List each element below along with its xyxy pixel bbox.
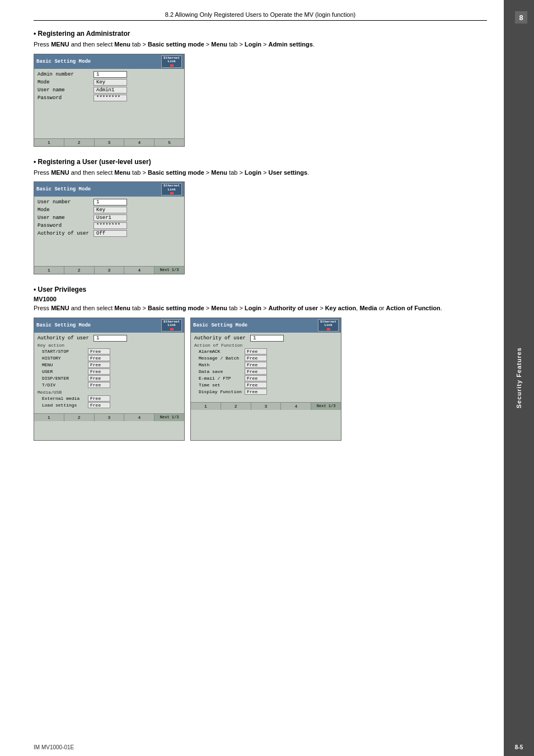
admin-password-label: Password — [38, 95, 93, 101]
priv-load-settings-row: Load settings Free — [38, 402, 181, 408]
user-row-mode: Mode Key — [38, 207, 181, 213]
priv-data-save-value: Free — [245, 368, 267, 375]
priv-right-tab-next[interactable]: Next 1/3 — [311, 403, 341, 410]
priv-left-tab-3[interactable]: 3 — [95, 414, 125, 421]
user-mode-value: Key — [93, 207, 127, 213]
admin-tab-1[interactable]: 1 — [34, 139, 64, 146]
priv-right-tab-2[interactable]: 2 — [221, 403, 251, 410]
priv-left-tab-4[interactable]: 4 — [124, 414, 154, 421]
priv-tdiv-label: T/DIV — [38, 382, 88, 388]
admin-number-label: Admin number — [38, 72, 93, 77]
priv-data-save-label: Data save — [194, 369, 245, 374]
priv-time-set-row: Time set Free — [194, 382, 338, 388]
priv-msg-batch-value: Free — [245, 355, 267, 361]
priv-alarmack-value: Free — [245, 348, 267, 354]
user-row-password: Password ******** — [38, 222, 181, 229]
user-tab-4[interactable]: 4 — [124, 267, 154, 274]
admin-tab-5[interactable]: 5 — [154, 139, 184, 146]
priv-left-authority-label: Authority of user — [38, 335, 93, 341]
bottom-page-info: IM MV1000-01E — [34, 744, 74, 750]
admin-screen: Basic Setting Mode Ethernet Link Admin n… — [34, 54, 185, 147]
priv-load-settings-label: Load settings — [38, 403, 88, 408]
admin-row-password: Password ******** — [38, 95, 181, 101]
user-tab-3[interactable]: 3 — [95, 267, 125, 274]
user-screen-title-bar: Basic Setting Mode Ethernet Link — [34, 182, 184, 197]
privileges-screens: Basic Setting Mode Ethernet Link Authori… — [34, 318, 487, 441]
admin-screen-title-bar: Basic Setting Mode Ethernet Link — [34, 54, 184, 69]
priv-email-ftp-label: E-mail / FTP — [194, 376, 245, 381]
priv-left-tab-2[interactable]: 2 — [64, 414, 95, 421]
priv-disp-enter-value: Free — [88, 375, 110, 381]
section-admin: • Registering an Administrator Press MEN… — [34, 30, 487, 147]
priv-left-authority-value: 1 — [93, 335, 127, 342]
user-authority-label: Authority of user — [38, 231, 93, 236]
admin-tab-2[interactable]: 2 — [64, 139, 95, 146]
eth-dot-priv-right — [327, 328, 330, 330]
priv-right-tab-4[interactable]: 4 — [281, 403, 311, 410]
user-tab-next[interactable]: Next 1/3 — [154, 267, 184, 274]
action-function-label: Action of Function — [194, 343, 338, 348]
mv-label: MV1000 — [34, 296, 487, 302]
priv-start-stop-value: Free — [88, 348, 110, 354]
user-tab-2[interactable]: 2 — [64, 267, 95, 274]
priv-left-title: Basic Setting Mode — [36, 323, 91, 328]
priv-time-set-value: Free — [245, 382, 267, 388]
admin-tab-3[interactable]: 3 — [95, 139, 125, 146]
priv-tdiv-value: Free — [88, 382, 110, 388]
priv-left-tab-1[interactable]: 1 — [34, 414, 64, 421]
priv-left-tabs: 1 2 3 4 Next 1/3 — [34, 413, 184, 421]
user-number-label: User number — [38, 199, 93, 205]
priv-math-label: Math — [194, 362, 245, 367]
priv-right-title-bar: Basic Setting Mode Ethernet Link — [191, 318, 341, 333]
priv-data-save-row: Data save Free — [194, 368, 338, 375]
user-mode-label: Mode — [38, 207, 93, 213]
priv-time-set-label: Time set — [194, 382, 245, 388]
sidebar-chapter-label: Security Features — [516, 347, 522, 408]
page-container: 8.2 Allowing Only Registered Users to Op… — [0, 0, 534, 756]
user-tab-1[interactable]: 1 — [34, 267, 64, 274]
top-heading: 8.2 Allowing Only Registered Users to Op… — [34, 11, 487, 21]
priv-right-tab-3[interactable]: 3 — [251, 403, 282, 410]
priv-disp-func-row: Display Function Free — [194, 389, 338, 395]
priv-menu-value: Free — [88, 362, 110, 368]
priv-left-tab-next[interactable]: Next 1/3 — [154, 414, 184, 421]
eth-dot — [170, 64, 174, 67]
priv-left-ethernet: Ethernet Link — [161, 319, 182, 332]
section-privileges-desc: Press MENU and then select Menu tab > Ba… — [34, 304, 487, 313]
privileges-screen-right: Basic Setting Mode Ethernet Link Authori… — [190, 318, 341, 441]
key-action-label: Key action — [38, 343, 181, 348]
priv-alarmack-label: AlarmACK — [194, 349, 245, 354]
user-screen: Basic Setting Mode Ethernet Link User nu… — [34, 181, 185, 274]
admin-screen-tabs: 1 2 3 4 5 — [34, 138, 184, 146]
priv-right-tab-1[interactable]: 1 — [191, 403, 221, 410]
priv-alarmack-row: AlarmACK Free — [194, 348, 338, 354]
priv-history-value: Free — [88, 355, 110, 361]
priv-right-body: Authority of user 1 Action of Function A… — [191, 333, 341, 400]
eth-dot-priv-left — [170, 328, 174, 330]
page-number-right: 8-5 — [504, 744, 534, 750]
admin-mode-label: Mode — [38, 80, 93, 85]
section-user-desc: Press MENU and then select Menu tab > Ba… — [34, 168, 487, 178]
admin-tab-4[interactable]: 4 — [124, 139, 154, 146]
user-username-label: User name — [38, 215, 93, 221]
section-user: • Registering a User (user-level user) P… — [34, 158, 487, 275]
priv-disp-enter-label: DISP/ENTER — [38, 376, 88, 381]
priv-user-value: Free — [88, 368, 110, 375]
section-privileges: • User Privileges MV1000 Press MENU and … — [34, 286, 487, 441]
main-content: 8.2 Allowing Only Registered Users to Op… — [0, 0, 504, 756]
media-usb-label: Media/USB — [38, 390, 181, 395]
priv-ext-media-value: Free — [88, 395, 110, 402]
admin-username-value: Admin1 — [93, 87, 127, 94]
priv-email-ftp-row: E-mail / FTP Free — [194, 375, 338, 381]
priv-history-row: HISTORY Free — [38, 355, 181, 361]
priv-math-value: Free — [245, 362, 267, 368]
priv-left-authority-row: Authority of user 1 — [38, 335, 181, 342]
admin-ethernet-badge: Ethernet Link — [161, 55, 182, 68]
user-username-value: User1 — [93, 214, 127, 221]
section-admin-title: • Registering an Administrator — [34, 30, 487, 38]
admin-screen-title: Basic Setting Mode — [36, 59, 91, 64]
user-row-number: User number 1 — [38, 199, 181, 206]
priv-menu-row: MENU Free — [38, 362, 181, 368]
priv-tdiv-row: T/DIV Free — [38, 382, 181, 388]
eth-dot-user — [170, 192, 174, 194]
